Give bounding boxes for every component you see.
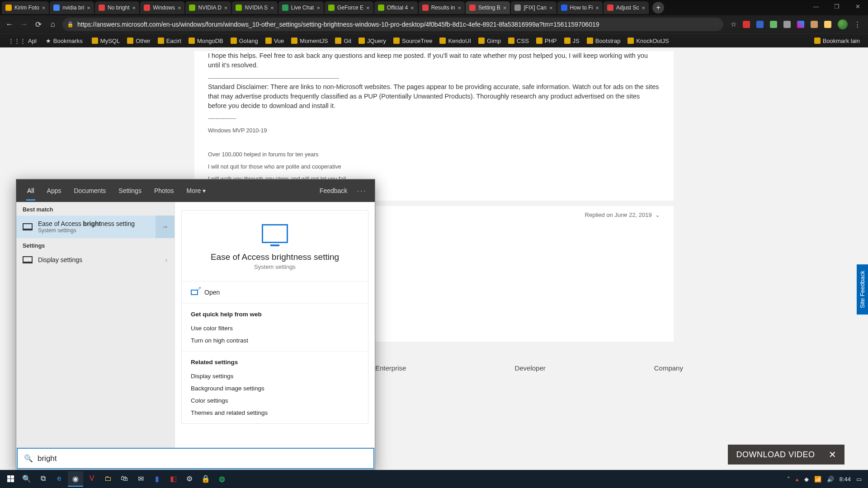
- close-icon[interactable]: ×: [42, 5, 46, 11]
- related-link[interactable]: Themes and related settings: [191, 407, 359, 419]
- tray-chevron-icon[interactable]: ˄: [787, 476, 790, 483]
- site-feedback-button[interactable]: Site Feedback: [857, 264, 868, 314]
- home-button[interactable]: ⌂: [48, 20, 58, 29]
- close-icon[interactable]: ×: [224, 5, 228, 11]
- bookmark-item[interactable]: PHP: [533, 35, 561, 47]
- bookmark-item[interactable]: Vue: [262, 35, 288, 47]
- browser-tab[interactable]: nvidia bri×: [50, 1, 94, 14]
- bookmark-item[interactable]: MongoDB: [185, 35, 227, 47]
- settings-icon[interactable]: ⚙: [182, 471, 197, 487]
- forward-button[interactable]: →: [19, 20, 29, 29]
- download-video-button[interactable]: DOWNLOAD VIDEO: [736, 450, 815, 460]
- close-icon[interactable]: ×: [178, 5, 181, 11]
- browser-tab[interactable]: [FIX] Can×: [511, 1, 556, 14]
- close-icon[interactable]: ×: [458, 5, 461, 11]
- close-icon[interactable]: ×: [595, 5, 599, 11]
- browser-tab[interactable]: NVIDIA D×: [185, 1, 231, 14]
- window-minimize[interactable]: —: [806, 0, 826, 13]
- search-tab-apps[interactable]: Apps: [42, 181, 67, 201]
- wifi-icon[interactable]: 📶: [814, 476, 821, 483]
- browser-tab[interactable]: No bright×: [95, 1, 139, 14]
- browser-tab[interactable]: Setting B×: [466, 1, 510, 14]
- whatsapp-icon[interactable]: ◍: [214, 471, 230, 487]
- mail-icon[interactable]: ✉: [133, 471, 148, 487]
- new-tab-button[interactable]: +: [652, 2, 664, 14]
- bookmark-item[interactable]: SourceTree: [390, 35, 436, 47]
- extension-icon[interactable]: [783, 21, 791, 28]
- quick-help-link[interactable]: Turn on high contrast: [191, 334, 359, 347]
- search-feedback[interactable]: Feedback: [314, 181, 353, 201]
- vivaldi-icon[interactable]: V: [84, 471, 99, 487]
- window-close[interactable]: ✕: [847, 0, 868, 13]
- reload-button[interactable]: ⟳: [33, 20, 43, 29]
- reply-timestamp[interactable]: Replied on June 22, 2019 ⌄: [585, 211, 660, 218]
- close-icon[interactable]: ×: [503, 5, 507, 11]
- browser-tab[interactable]: Adjust Sc×: [604, 1, 649, 14]
- bookmark-item[interactable]: JS: [561, 35, 583, 47]
- extension-icon[interactable]: [811, 21, 818, 28]
- footer-col[interactable]: Enterprise: [375, 364, 406, 372]
- search-tab-more[interactable]: More: [181, 181, 211, 201]
- clock[interactable]: 8:44: [840, 476, 851, 483]
- bookmark-item[interactable]: KendoUI: [436, 35, 475, 47]
- address-bar[interactable]: 🔒 https://answers.microsoft.com/en-us/wi…: [62, 18, 723, 31]
- task-view-icon[interactable]: ⧉: [35, 471, 51, 487]
- app-icon[interactable]: ◧: [165, 471, 181, 487]
- browser-tab[interactable]: How to Fi×: [557, 1, 603, 14]
- search-input-box[interactable]: 🔍: [17, 448, 374, 469]
- volume-icon[interactable]: 🔊: [827, 476, 834, 483]
- extension-icon[interactable]: [824, 21, 831, 28]
- quick-help-link[interactable]: Use color filters: [191, 322, 359, 334]
- close-icon[interactable]: ×: [410, 5, 414, 11]
- footer-col[interactable]: Developer: [514, 364, 545, 372]
- bookmark-item[interactable]: CSS: [505, 35, 533, 47]
- menu-icon[interactable]: ⋮: [854, 20, 861, 28]
- store-icon[interactable]: 🛍: [117, 471, 132, 487]
- close-icon[interactable]: ×: [316, 5, 320, 11]
- close-icon[interactable]: ×: [87, 5, 90, 11]
- search-input[interactable]: [38, 454, 367, 463]
- expand-result-button[interactable]: →: [156, 216, 175, 238]
- browser-tab[interactable]: Windows×: [140, 1, 184, 14]
- related-link[interactable]: Display settings: [191, 370, 359, 382]
- star-icon[interactable]: ☆: [731, 20, 736, 28]
- bookmark-item[interactable]: Bootstrap: [583, 35, 624, 47]
- browser-tab[interactable]: Results in×: [419, 1, 465, 14]
- other-bookmarks[interactable]: Bookmark lain: [811, 35, 863, 47]
- bookmark-item[interactable]: Gimp: [475, 35, 505, 47]
- open-action[interactable]: Open: [182, 282, 368, 304]
- browser-tab[interactable]: NVIDIA S×: [232, 1, 277, 14]
- browser-tab[interactable]: Kirim Foto×: [2, 1, 49, 14]
- notifications-icon[interactable]: ▭: [856, 476, 862, 483]
- extension-icon[interactable]: [743, 21, 750, 28]
- close-icon[interactable]: ×: [132, 5, 136, 11]
- extension-icon[interactable]: [797, 21, 804, 28]
- taskbar-search-icon[interactable]: 🔍: [19, 471, 34, 487]
- search-tab-settings[interactable]: Settings: [113, 181, 147, 201]
- bookmark-item[interactable]: Other: [123, 35, 154, 47]
- bookmark-item[interactable]: JQuery: [355, 35, 390, 47]
- tray-app-icon[interactable]: ▴: [796, 476, 799, 483]
- browser-tab[interactable]: Live Chat×: [278, 1, 324, 14]
- search-tab-documents[interactable]: Documents: [68, 181, 111, 201]
- back-button[interactable]: ←: [5, 20, 14, 29]
- bookmark-item[interactable]: MySQL: [88, 35, 123, 47]
- result-ease-of-access-brightness[interactable]: Ease of Access brightness setting System…: [16, 216, 175, 238]
- bookmark-item[interactable]: ★ Bookmarks: [42, 35, 86, 47]
- close-icon[interactable]: ×: [642, 5, 646, 11]
- bookmark-item[interactable]: Git: [331, 35, 355, 47]
- close-icon[interactable]: ✕: [829, 449, 837, 460]
- related-link[interactable]: Color settings: [191, 394, 359, 407]
- extension-icon[interactable]: [756, 21, 764, 28]
- chrome-icon[interactable]: ◉: [68, 471, 83, 487]
- bookmark-item[interactable]: KnockOutJS: [624, 35, 672, 47]
- system-tray[interactable]: ˄ ▴ ◆ 📶 🔊 8:44 ▭: [783, 476, 865, 483]
- close-icon[interactable]: ×: [270, 5, 274, 11]
- search-tab-all[interactable]: All: [22, 181, 40, 201]
- browser-tab[interactable]: Official 4×: [374, 1, 418, 14]
- bookmark-item[interactable]: Golang: [227, 35, 262, 47]
- related-link[interactable]: Background image settings: [191, 382, 359, 394]
- profile-avatar[interactable]: [838, 19, 848, 29]
- search-tab-photos[interactable]: Photos: [149, 181, 179, 201]
- tray-app-icon[interactable]: ◆: [804, 476, 809, 483]
